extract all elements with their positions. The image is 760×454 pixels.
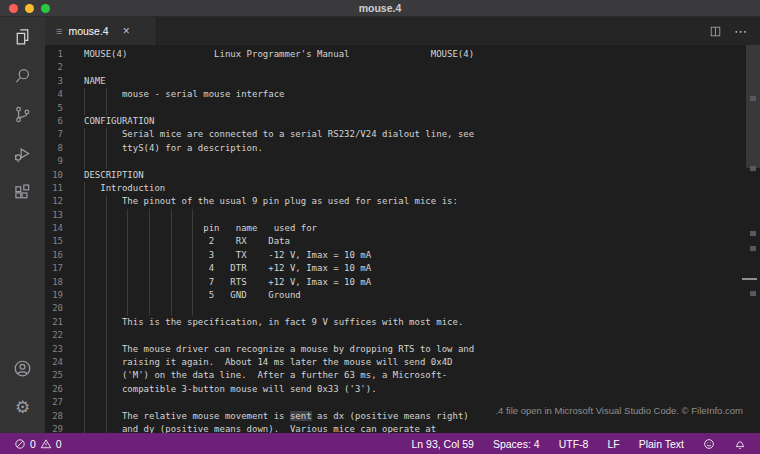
code-text: 2 RX Data	[209, 235, 290, 248]
code-line[interactable]: 17 4 DTR +12 V, Imax = 10 mA	[45, 262, 744, 275]
line-number: 13	[45, 209, 63, 222]
editor-actions: ⋯	[709, 17, 760, 45]
code-text: ttyS(4) for a description.	[122, 142, 263, 155]
code-line[interactable]: 16 3 TX -12 V, Imax = 10 mA	[45, 249, 744, 262]
activity-bar: ⚙	[0, 17, 45, 433]
line-number: 4	[45, 88, 63, 101]
line-number: 10	[45, 169, 63, 182]
indent-guides	[84, 195, 122, 208]
problems-indicator[interactable]: 0 0	[10, 433, 66, 454]
editor-pane[interactable]: 1MOUSE(4) Linux Programmer's Manual MOUS…	[45, 45, 760, 433]
code-text: and dy (positive means down). Various mi…	[122, 423, 436, 433]
line-number: 3	[45, 75, 63, 88]
line-number: 24	[45, 356, 63, 369]
title-bar: mouse.4	[0, 0, 760, 17]
line-number: 19	[45, 289, 63, 302]
code-line[interactable]: 24 raising it again. About 14 ms later t…	[45, 356, 744, 369]
code-text: raising it again. About 14 ms later the …	[122, 356, 453, 369]
code-line[interactable]: 23 The mouse driver can recognize a mous…	[45, 343, 744, 356]
code-line[interactable]: 8 ttyS(4) for a description.	[45, 142, 744, 155]
error-icon	[14, 438, 26, 450]
line-number: 14	[45, 222, 63, 235]
indent-guides	[84, 235, 209, 248]
scrollbar-thumb[interactable]	[746, 45, 760, 168]
code-line[interactable]: 13	[45, 209, 744, 222]
line-number: 15	[45, 235, 63, 248]
extensions-icon[interactable]	[0, 173, 45, 212]
code-line[interactable]: 10DESCRIPTION	[45, 169, 744, 182]
more-actions-icon[interactable]: ⋯	[734, 24, 748, 39]
watermark-text: .4 file open in Microsoft Visual Studio …	[495, 405, 743, 416]
code-line[interactable]: 21 This is the specification, in fact 9 …	[45, 316, 744, 329]
code-line[interactable]: 4 mouse - serial mouse interface	[45, 88, 744, 101]
indent-guides	[84, 88, 122, 101]
indent-guides	[84, 222, 203, 235]
run-debug-icon[interactable]	[0, 134, 45, 173]
explorer-icon[interactable]	[0, 17, 45, 56]
indent-guides	[84, 343, 122, 356]
word-highlight: sent	[290, 411, 312, 421]
code-line[interactable]: 22	[45, 329, 744, 342]
code-lines: 1MOUSE(4) Linux Programmer's Manual MOUS…	[45, 48, 744, 433]
code-line[interactable]: 26 compatible 3-button mouse will send 0…	[45, 383, 744, 396]
overview-cursor-marker	[742, 278, 757, 280]
indent-guides	[84, 102, 122, 115]
code-line[interactable]: 6CONFIGURATION	[45, 115, 744, 128]
status-bar: 0 0 Ln 93, Col 59 Spaces: 4 UTF-8 LF Pla…	[0, 433, 760, 454]
line-number: 22	[45, 329, 63, 342]
indent-guides	[84, 262, 209, 275]
code-line[interactable]: 18 7 RTS +12 V, Imax = 10 mA	[45, 276, 744, 289]
warning-icon	[40, 438, 52, 450]
tab-close-icon[interactable]: ×	[123, 25, 130, 37]
code-line[interactable]: 1MOUSE(4) Linux Programmer's Manual MOUS…	[45, 48, 744, 61]
code-line[interactable]: 3NAME	[45, 75, 744, 88]
code-text: ('M') on the data line. After a further …	[122, 369, 447, 382]
line-number: 7	[45, 128, 63, 141]
overview-marker	[750, 166, 756, 171]
code-line[interactable]: 20	[45, 302, 744, 315]
indent-guides	[84, 276, 209, 289]
indent-guides	[84, 128, 122, 141]
split-editor-icon[interactable]	[709, 25, 722, 38]
indentation-indicator[interactable]: Spaces: 4	[489, 433, 544, 454]
code-line[interactable]: 29 and dy (positive means down). Various…	[45, 423, 744, 433]
code-text: 4 DTR +12 V, Imax = 10 mA	[209, 262, 372, 275]
code-line[interactable]: 5	[45, 102, 744, 115]
tab-mouse4[interactable]: ≡ mouse.4 ×	[45, 17, 157, 45]
line-number: 20	[45, 302, 63, 315]
indent-guides	[84, 369, 122, 382]
notifications-bell-icon[interactable]	[730, 433, 750, 454]
code-line[interactable]: 11 Introduction	[45, 182, 744, 195]
line-number: 28	[45, 410, 63, 423]
line-number: 27	[45, 396, 63, 409]
overview-ruler	[745, 45, 760, 433]
code-line[interactable]: 2	[45, 61, 744, 74]
settings-gear-icon[interactable]: ⚙	[0, 388, 45, 427]
indent-guides	[84, 302, 209, 315]
code-line[interactable]: 25 ('M') on the data line. After a furth…	[45, 369, 744, 382]
line-number: 9	[45, 155, 63, 168]
eol-indicator[interactable]: LF	[603, 433, 623, 454]
code-line[interactable]: 9	[45, 155, 744, 168]
code-text: The pinout of the usual 9 pin plug as us…	[122, 195, 458, 208]
search-icon[interactable]	[0, 56, 45, 95]
code-line[interactable]: 19 5 GND Ground	[45, 289, 744, 302]
line-number: 2	[45, 61, 63, 74]
language-mode[interactable]: Plain Text	[635, 433, 688, 454]
feedback-smiley-icon[interactable]	[699, 433, 719, 454]
code-line[interactable]: 15 2 RX Data	[45, 235, 744, 248]
code-line[interactable]: 7 Serial mice are connected to a serial …	[45, 128, 744, 141]
overview-marker	[750, 231, 756, 236]
encoding-indicator[interactable]: UTF-8	[555, 433, 593, 454]
code-line[interactable]: 12 The pinout of the usual 9 pin plug as…	[45, 195, 744, 208]
code-line[interactable]: 14 pin name used for	[45, 222, 744, 235]
indent-guides	[84, 410, 122, 423]
tab-label: mouse.4	[68, 25, 108, 37]
line-number: 8	[45, 142, 63, 155]
account-icon[interactable]	[0, 349, 45, 388]
error-count: 0	[30, 438, 36, 450]
code-text: Introduction	[100, 182, 165, 195]
source-control-icon[interactable]	[0, 95, 45, 134]
line-number: 11	[45, 182, 63, 195]
cursor-position[interactable]: Ln 93, Col 59	[407, 433, 477, 454]
